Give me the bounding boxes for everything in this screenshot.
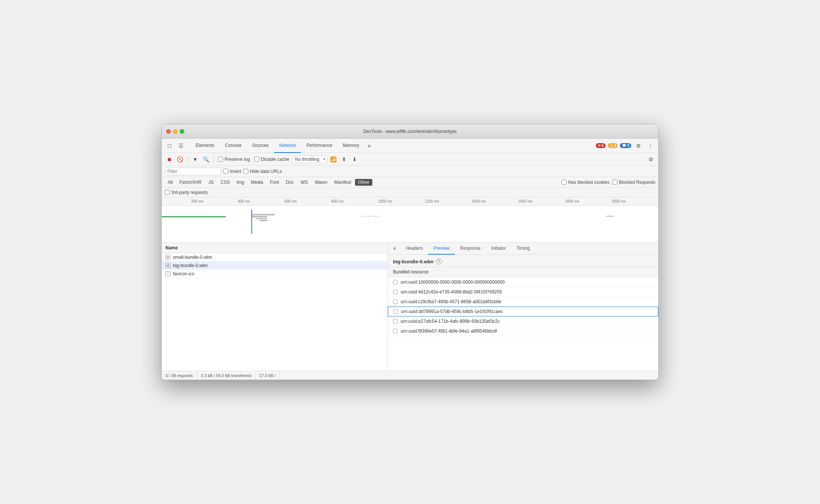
preserve-log-label[interactable]: Preserve log [218,157,250,162]
devtools-window: DevTools - www.jefftk.com/test/wbn9/prot… [161,124,659,380]
filter-button[interactable]: ▼ [191,155,200,164]
detail-tab-headers[interactable]: Headers [401,243,428,255]
status-size: 17.0 kB / [255,371,280,380]
invert-label[interactable]: Invert [223,169,241,174]
has-blocked-cookies-text: Has blocked cookies [568,180,609,185]
detail-close-button[interactable]: ✕ [391,245,398,252]
resource-checkbox-1[interactable] [393,280,398,284]
type-manifest[interactable]: Manifest [331,179,354,186]
throttle-select[interactable]: No throttling [292,156,327,163]
resource-checkbox-2[interactable] [393,290,398,294]
error-badge: ✕ 6 [596,143,606,148]
detail-tab-timing[interactable]: Timing [511,243,535,255]
type-other[interactable]: Other [355,179,372,186]
timeline-chart[interactable] [162,206,658,240]
resource-checkbox-6[interactable] [393,329,398,333]
toolbar-divider-2 [213,156,214,163]
has-blocked-cookies-label[interactable]: Has blocked cookies [561,180,609,185]
type-all[interactable]: All [165,179,176,186]
wifi-icon[interactable]: 📶 [329,155,338,164]
resource-urn-4: urn:uuid:dd78991a-57db-459c-b8b5-1e191f9… [401,309,503,314]
detail-title-row: big-bundle-0.wbn ? [388,255,658,267]
tick-1400: 1400 ms [471,199,518,203]
request-item-small-bundle[interactable]: ▤ small-bundle-0.wbn [162,253,387,261]
close-button[interactable] [166,129,171,134]
type-font[interactable]: Font [267,179,282,186]
statusbar: 3 / 38 requests 2.3 kB / 54.5 kB transfe… [162,371,658,380]
traffic-lights [166,129,184,134]
resource-item-4[interactable]: urn:uuid:dd78991a-57db-459c-b8b5-1e191f9… [388,307,658,316]
titlebar: DevTools - www.jefftk.com/test/wbn9/prot… [162,124,658,139]
network-settings-icon[interactable]: ⚙ [646,155,655,164]
request-name-small-bundle: small-bundle-0.wbn [173,255,212,260]
detail-panel: ✕ Headers Preview Response Initiator Tim… [388,243,658,371]
thirdparty-text: 3rd-party requests [171,190,208,195]
request-item-big-bundle[interactable]: ▤ big-bundle-0.wbn [162,261,387,270]
detail-tab-response[interactable]: Response [455,243,486,255]
type-wasm[interactable]: Wasm [312,179,330,186]
tab-elements[interactable]: Elements [190,139,220,153]
throttle-select-wrapper[interactable]: No throttling [292,156,327,163]
detail-title: big-bundle-0.wbn [393,259,434,264]
settings-icon[interactable]: ⚙ [633,141,643,151]
timeline-area: 200 ms 400 ms 600 ms 800 ms 1000 ms 1200… [162,197,658,243]
resource-checkbox-4[interactable] [393,309,398,314]
thirdparty-label[interactable]: 3rd-party requests [165,190,208,195]
invert-checkbox[interactable] [223,169,228,174]
type-fetchxhr[interactable]: Fetch/XHR [176,179,205,186]
blocked-requests-text: Blocked Requests [619,180,655,185]
upload-icon[interactable]: ⬆ [340,155,349,164]
download-icon[interactable]: ⬇ [350,155,359,164]
preserve-log-checkbox[interactable] [218,157,223,162]
has-blocked-cookies-checkbox[interactable] [561,180,566,185]
request-name-big-bundle: big-bundle-0.wbn [173,263,208,268]
clear-button[interactable]: 🚫 [175,155,184,164]
resource-item-5[interactable]: urn:uuid:e27afc54-171b-4afc-899b-93b135e… [388,316,658,326]
disable-cache-label[interactable]: Disable cache [254,157,289,162]
minimize-button[interactable] [173,129,177,134]
detail-tab-initiator[interactable]: Initiator [486,243,511,255]
hide-data-urls-checkbox[interactable] [243,169,248,174]
resource-item-3[interactable]: urn:uuid:c29cfba7-490b-4571-8656-a002a9f… [388,297,658,307]
tick-1200: 1200 ms [425,199,471,203]
maximize-button[interactable] [180,129,184,134]
blocked-requests-label[interactable]: Blocked Requests [612,180,655,185]
resource-checkbox-3[interactable] [393,299,398,304]
record-button[interactable]: ⏺ [165,155,174,164]
request-item-favicon[interactable]: ☐ favicon.ico [162,270,387,278]
timeline-ruler: 200 ms 400 ms 600 ms 800 ms 1000 ms 1200… [162,197,658,206]
hide-data-urls-label[interactable]: Hide data URLs [243,169,282,174]
request-icon-small-bundle: ▤ [165,255,171,260]
more-options-icon[interactable]: ⋮ [646,141,655,151]
tab-memory[interactable]: Memory [338,139,364,153]
thirdparty-checkbox[interactable] [165,190,170,195]
inspect-element-icon[interactable]: ⬡ [165,141,174,151]
detail-tab-preview[interactable]: Preview [428,243,455,255]
type-doc[interactable]: Doc [283,179,297,186]
resource-item-1[interactable]: urn:uuid:10000000-0000-0000-0000-0000000… [388,277,658,287]
tab-network[interactable]: Network [274,139,301,153]
tab-console[interactable]: Console [220,139,247,153]
error-icon: ✕ [598,144,601,148]
filter-input[interactable] [165,168,221,175]
type-ws[interactable]: WS [298,179,311,186]
type-img[interactable]: Img [234,179,247,186]
help-icon[interactable]: ? [436,258,442,264]
detail-tabs: ✕ Headers Preview Response Initiator Tim… [388,243,658,255]
resource-urn-3: urn:uuid:c29cfba7-490b-4571-8656-a002a9f… [401,299,502,304]
resource-item-2[interactable]: urn:uuid:4d12c42e-e735-4088-8bd2-0f415f7… [388,287,658,297]
tab-performance[interactable]: Performance [301,139,338,153]
search-button[interactable]: 🔍 [201,155,210,164]
more-tabs-button[interactable]: » [364,142,374,149]
type-js[interactable]: JS [205,179,217,186]
filterbar: Invert Hide data URLs [162,166,658,177]
blocked-requests-checkbox[interactable] [612,180,617,185]
resource-checkbox-5[interactable] [393,319,398,324]
type-media[interactable]: Media [248,179,266,186]
resource-item-6[interactable]: urn:uuid:f9396e07-f081-4bfe-94a1-a8f954f… [388,326,658,336]
device-toolbar-icon[interactable]: ☰ [176,141,186,151]
request-list: Name ▤ small-bundle-0.wbn ▤ big-bundle-0… [162,243,388,371]
tab-sources[interactable]: Sources [247,139,274,153]
disable-cache-checkbox[interactable] [254,157,259,162]
type-css[interactable]: CSS [217,179,233,186]
